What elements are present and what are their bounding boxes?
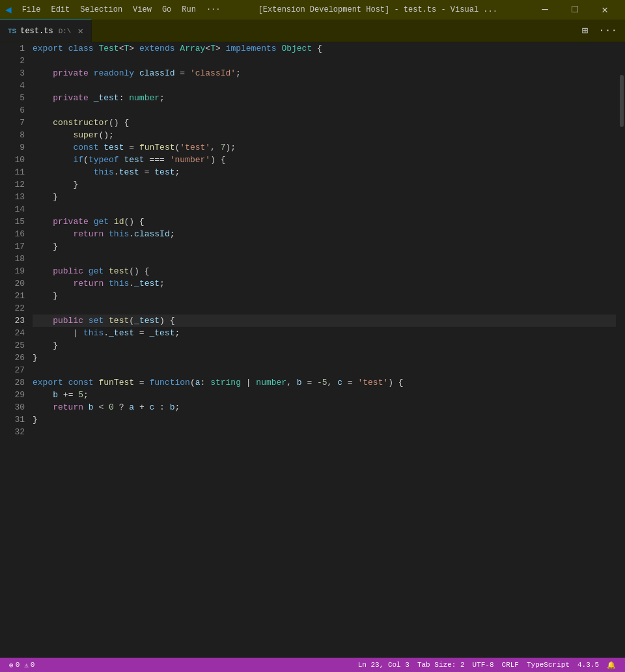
code-line: } bbox=[33, 339, 616, 352]
line-number: 29 bbox=[0, 389, 25, 401]
menu-selection[interactable]: Selection bbox=[75, 3, 128, 17]
line-number: 20 bbox=[0, 277, 25, 290]
statusbar: ⊗ 0 ⚠ 0 Ln 23, Col 3 Tab Size: 2 UTF-8 C… bbox=[0, 658, 625, 672]
menu-go[interactable]: Go bbox=[157, 3, 176, 17]
maximize-button[interactable]: □ bbox=[560, 0, 590, 20]
code-line bbox=[33, 364, 616, 376]
scrollbar[interactable] bbox=[616, 42, 625, 658]
line-number: 19 bbox=[0, 265, 25, 277]
encoding[interactable]: UTF-8 bbox=[469, 661, 498, 669]
titlebar: ◀ File Edit Selection View Go Run ··· [E… bbox=[0, 0, 625, 20]
notifications-button[interactable]: 🔔 bbox=[603, 661, 620, 669]
line-ending[interactable]: CRLF bbox=[498, 661, 523, 669]
code-line: } bbox=[33, 290, 616, 302]
code-line: return this.classId; bbox=[33, 228, 616, 240]
line-number: 9 bbox=[0, 141, 25, 154]
code-line bbox=[33, 79, 616, 92]
menu-view[interactable]: View bbox=[128, 3, 157, 17]
close-button[interactable]: ✕ bbox=[590, 0, 620, 20]
tab-size[interactable]: Tab Size: 2 bbox=[413, 661, 469, 669]
code-line bbox=[33, 104, 616, 117]
code-line: private get id() { bbox=[33, 216, 616, 228]
code-line: public set test(_test) { bbox=[33, 315, 616, 327]
line-number: 30 bbox=[0, 401, 25, 413]
menu-run[interactable]: Run bbox=[176, 3, 201, 17]
line-number: 8 bbox=[0, 129, 25, 141]
window-controls: — □ ✕ bbox=[530, 0, 620, 20]
split-editor-button[interactable]: ⊞ bbox=[579, 23, 591, 38]
code-line: b += 5; bbox=[33, 389, 616, 401]
line-number: 11 bbox=[0, 166, 25, 178]
menu-file[interactable]: File bbox=[17, 3, 46, 17]
line-number: 28 bbox=[0, 376, 25, 389]
line-number: 6 bbox=[0, 104, 25, 117]
code-line: } bbox=[33, 413, 616, 426]
warning-icon: ⚠ bbox=[24, 661, 29, 669]
ts-version[interactable]: 4.3.5 bbox=[574, 661, 603, 669]
tab-test-ts[interactable]: TS test.ts D:\ ✕ bbox=[0, 20, 92, 42]
line-number: 31 bbox=[0, 413, 25, 426]
error-count[interactable]: ⊗ 0 ⚠ 0 bbox=[5, 661, 38, 669]
titlebar-menu: File Edit Selection View Go Run ··· bbox=[17, 3, 226, 17]
line-number: 5 bbox=[0, 92, 25, 104]
code-line: } bbox=[33, 178, 616, 191]
line-number: 21 bbox=[0, 290, 25, 302]
line-number: 10 bbox=[0, 154, 25, 166]
line-number: 12 bbox=[0, 178, 25, 191]
line-number: 15 bbox=[0, 216, 25, 228]
code-line: private _test: number; bbox=[33, 92, 616, 104]
warning-label: 0 bbox=[31, 661, 35, 669]
error-icon: ⊗ bbox=[9, 661, 14, 669]
typescript-icon: TS bbox=[8, 27, 16, 35]
error-label: 0 bbox=[16, 661, 20, 669]
tab-label: test.ts bbox=[20, 27, 53, 36]
tab-path: D:\ bbox=[59, 27, 72, 35]
line-number: 25 bbox=[0, 339, 25, 352]
line-number: 22 bbox=[0, 302, 25, 315]
menu-edit[interactable]: Edit bbox=[46, 3, 75, 17]
tabbar-actions: ⊞ ··· bbox=[574, 20, 625, 42]
code-line: } bbox=[33, 352, 616, 364]
code-line bbox=[33, 55, 616, 67]
code-line: export const funTest = function(a: strin… bbox=[33, 376, 616, 389]
line-number: 17 bbox=[0, 240, 25, 253]
tab-close-button[interactable]: ✕ bbox=[77, 25, 83, 36]
code-line: return this._test; bbox=[33, 277, 616, 290]
code-line: this.test = test; bbox=[33, 166, 616, 178]
code-line: public get test() { bbox=[33, 265, 616, 277]
code-editor[interactable]: export class Test<T> extends Array<T> im… bbox=[33, 42, 616, 658]
code-line: } bbox=[33, 240, 616, 253]
menu-more[interactable]: ··· bbox=[201, 3, 226, 17]
line-number: 4 bbox=[0, 79, 25, 92]
more-actions-button[interactable]: ··· bbox=[596, 23, 620, 38]
code-line bbox=[33, 426, 616, 438]
code-line: return b < 0 ? a + c : b; bbox=[33, 401, 616, 413]
line-number: 26 bbox=[0, 352, 25, 364]
line-number: 32 bbox=[0, 426, 25, 438]
code-line bbox=[33, 302, 616, 315]
editor: 1234567891011121314151617181920212223242… bbox=[0, 42, 625, 658]
vscode-logo-icon: ◀ bbox=[5, 3, 12, 16]
line-number: 18 bbox=[0, 253, 25, 265]
line-number: 23 bbox=[0, 315, 25, 327]
code-line: export class Test<T> extends Array<T> im… bbox=[33, 42, 616, 55]
code-line: super(); bbox=[33, 129, 616, 141]
code-line: | this._test = _test; bbox=[33, 327, 616, 339]
line-number: 27 bbox=[0, 364, 25, 376]
minimize-button[interactable]: — bbox=[530, 0, 560, 20]
line-number: 1 bbox=[0, 42, 25, 55]
code-line: if(typeof test === 'number') { bbox=[33, 154, 616, 166]
code-line bbox=[33, 203, 616, 216]
line-number: 13 bbox=[0, 191, 25, 203]
line-number: 24 bbox=[0, 327, 25, 339]
line-number: 14 bbox=[0, 203, 25, 216]
language-mode[interactable]: TypeScript bbox=[523, 661, 574, 669]
line-number: 3 bbox=[0, 67, 25, 79]
cursor-position[interactable]: Ln 23, Col 3 bbox=[354, 661, 413, 669]
tabbar: TS test.ts D:\ ✕ ⊞ ··· bbox=[0, 20, 625, 42]
code-line bbox=[33, 253, 616, 265]
code-line: private readonly classId = 'classId'; bbox=[33, 67, 616, 79]
code-line: const test = funTest('test', 7); bbox=[33, 141, 616, 154]
scrollbar-thumb[interactable] bbox=[620, 75, 624, 127]
window-title: [Extension Development Host] - test.ts -… bbox=[226, 5, 530, 14]
